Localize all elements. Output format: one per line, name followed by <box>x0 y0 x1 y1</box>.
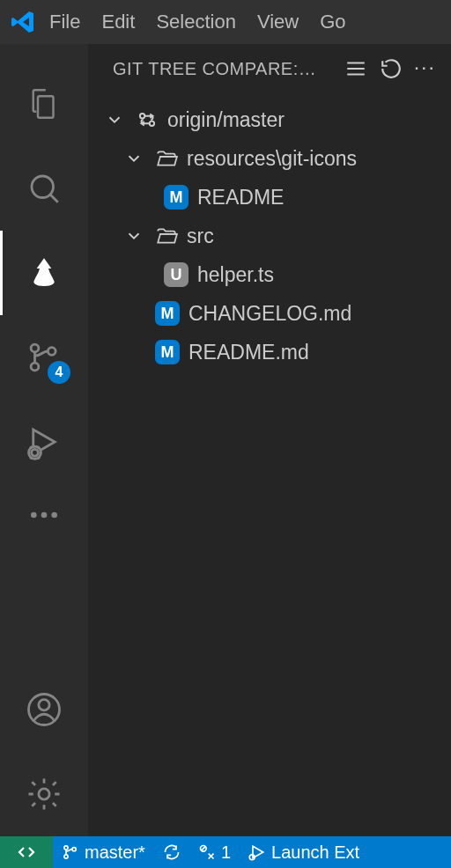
folder-open-icon <box>155 224 178 247</box>
chevron-down-icon <box>122 226 146 246</box>
tree-file[interactable]: U helper.ts <box>88 255 451 294</box>
branch-name: master* <box>85 842 145 863</box>
activity-bar: 4 <box>0 44 88 836</box>
svg-point-15 <box>64 855 68 858</box>
svg-point-10 <box>39 700 49 710</box>
svg-point-1 <box>31 344 39 352</box>
svg-point-7 <box>41 512 48 519</box>
status-badge-modified: M <box>155 301 180 326</box>
svg-point-14 <box>64 846 68 850</box>
tree-folder-label: resources\git-icons <box>187 147 357 171</box>
menu-view[interactable]: View <box>257 11 299 33</box>
tree-file-label: CHANGELOG.md <box>189 302 351 326</box>
view-mode-icon[interactable] <box>344 57 367 80</box>
svg-point-13 <box>150 121 154 126</box>
tree-file[interactable]: M README <box>88 178 451 217</box>
status-badge-modified: M <box>164 185 189 210</box>
tree-folder[interactable]: resources\git-icons <box>88 139 451 178</box>
menu-items: File Edit Selection View Go <box>49 11 346 33</box>
chevron-down-icon <box>102 110 127 129</box>
activity-explorer[interactable] <box>0 62 88 146</box>
tree-folder[interactable]: src <box>88 217 451 255</box>
svg-point-3 <box>48 348 55 356</box>
remote-button[interactable] <box>0 836 53 868</box>
sidebar: GIT TREE COMPARE:… ··· <box>88 44 451 836</box>
svg-point-8 <box>51 512 57 519</box>
status-bar: master* 1 Launch Ext <box>0 836 451 868</box>
activity-scm[interactable]: 4 <box>0 315 88 400</box>
svg-point-6 <box>31 512 37 519</box>
tree-folder-label: src <box>187 224 214 248</box>
sidebar-title: GIT TREE COMPARE:… <box>113 59 332 79</box>
tree-root-label: origin/master <box>167 108 285 132</box>
more-actions-icon[interactable]: ··· <box>415 61 437 77</box>
problems-button[interactable]: 1 <box>189 836 240 868</box>
svg-point-2 <box>31 363 39 371</box>
svg-point-11 <box>39 789 49 799</box>
menu-file[interactable]: File <box>49 11 80 33</box>
activity-run-debug[interactable] <box>0 400 88 484</box>
titlebar: File Edit Selection View Go <box>0 0 451 44</box>
problems-count: 1 <box>221 842 231 863</box>
vscode-logo <box>7 6 39 38</box>
svg-point-12 <box>140 114 144 118</box>
sync-button[interactable] <box>154 836 189 868</box>
folder-open-icon <box>155 147 178 170</box>
menu-go[interactable]: Go <box>320 11 345 33</box>
svg-point-0 <box>32 176 54 198</box>
tree-file[interactable]: M README.md <box>88 333 451 371</box>
scm-badge: 4 <box>48 361 70 384</box>
tree-file-label: helper.ts <box>197 263 274 287</box>
sidebar-header: GIT TREE COMPARE:… ··· <box>88 44 451 93</box>
tree-root[interactable]: origin/master <box>88 100 451 139</box>
activity-settings[interactable] <box>0 752 88 836</box>
activity-git-tree-compare[interactable] <box>0 231 88 315</box>
launch-button[interactable]: Launch Ext <box>240 836 368 868</box>
status-badge-modified: M <box>155 340 180 364</box>
svg-point-16 <box>72 848 76 851</box>
tree-file[interactable]: M CHANGELOG.md <box>88 294 451 333</box>
activity-more[interactable] <box>0 484 88 546</box>
compare-icon <box>136 108 159 131</box>
activity-accounts[interactable] <box>0 667 88 752</box>
refresh-icon[interactable] <box>380 57 403 80</box>
tree-file-label: README <box>197 186 284 210</box>
launch-label: Launch Ext <box>271 842 359 863</box>
chevron-down-icon <box>122 149 146 168</box>
status-badge-untracked: U <box>164 262 189 287</box>
activity-search[interactable] <box>0 146 88 231</box>
tree: origin/master resources\git-icons M READ… <box>88 93 451 371</box>
menu-edit[interactable]: Edit <box>101 11 135 33</box>
branch-button[interactable]: master* <box>53 836 154 868</box>
tree-file-label: README.md <box>189 341 309 364</box>
menu-selection[interactable]: Selection <box>156 11 236 33</box>
